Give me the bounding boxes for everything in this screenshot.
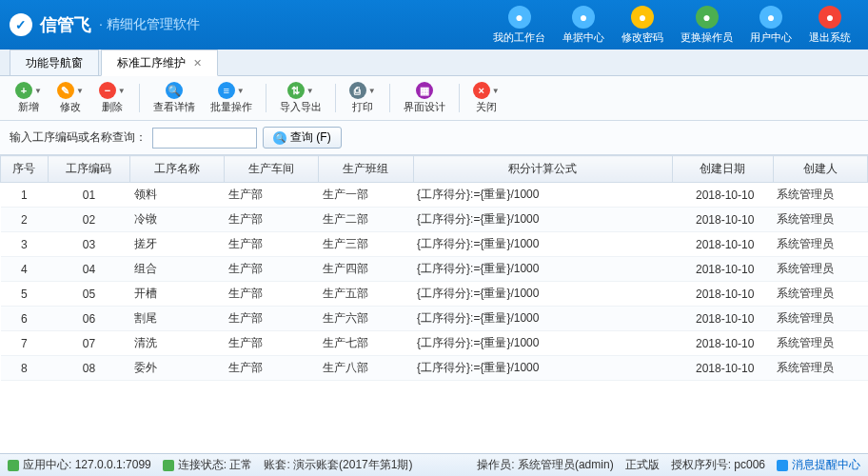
toolbar-separator [389,84,390,112]
toolbar-label: 删除 [102,100,123,114]
toolbar-批量操作[interactable]: ≡▼批量操作 [205,80,258,116]
toolbar-label: 打印 [352,100,373,114]
data-grid[interactable]: 序号工序编码工序名称生产车间生产班组积分计算公式创建日期创建人 101领料生产部… [0,155,868,453]
logo-icon: ✓ [10,13,32,36]
header-item-1[interactable]: ●单据中心 [555,4,612,47]
cell-name: 领料 [130,183,225,208]
sb-edition: 正式版 [625,457,660,473]
col-header[interactable]: 工序名称 [130,156,225,183]
cell-seq: 4 [1,257,49,282]
header-icon: ● [508,6,531,29]
header-item-label: 退出系统 [809,30,851,45]
toolbar-界面设计[interactable]: ▦界面设计 [398,80,451,116]
col-header[interactable]: 积分计算公式 [413,156,673,183]
dropdown-icon: ▼ [118,87,126,95]
cell-team: 生产八部 [319,356,413,381]
table-row[interactable]: 505开槽生产部生产五部{工序得分}:={重量}/10002018-10-10系… [1,282,868,307]
cell-name: 割尾 [130,307,225,331]
toolbar-修改[interactable]: ✎▼修改 [51,80,89,116]
header-item-label: 单据中心 [562,30,604,45]
header-item-2[interactable]: ●修改密码 [614,4,671,47]
search-button-label: 查询 (F) [290,129,331,146]
search-button[interactable]: 🔍 查询 (F) [263,127,342,149]
toolbar-icon: × [473,82,490,99]
toolbar-打印[interactable]: ⎙▼打印 [344,80,382,116]
toolbar-删除[interactable]: −▼删除 [93,80,131,116]
header-menu: ●我的工作台●单据中心●修改密码●更换操作员●用户中心●退出系统 [485,4,858,47]
tab-1[interactable]: 标准工序维护✕ [101,50,218,76]
toolbar-新增[interactable]: +▼新增 [10,80,48,116]
col-header[interactable]: 生产车间 [225,156,319,183]
cell-dept: 生产部 [225,183,319,208]
cell-code: 01 [48,183,130,208]
dropdown-icon: ▼ [492,87,500,95]
cell-seq: 8 [1,356,49,381]
toolbar: +▼新增✎▼修改−▼删除🔍查看详情≡▼批量操作⇅▼导入导出⎙▼打印▦界面设计×▼… [0,76,868,121]
table-row[interactable]: 707清洗生产部生产七部{工序得分}:={重量}/10002018-10-10系… [1,331,868,356]
tab-label: 功能导航窗 [26,55,83,71]
table-row[interactable]: 303搓牙生产部生产三部{工序得分}:={重量}/10002018-10-10系… [1,232,868,257]
cell-date: 2018-10-10 [673,282,774,307]
header-item-label: 用户中心 [750,30,792,45]
cell-date: 2018-10-10 [673,232,774,257]
header-item-5[interactable]: ●退出系统 [801,4,858,47]
toolbar-关闭[interactable]: ×▼关闭 [467,80,505,116]
toolbar-icon: 🔍 [166,82,183,99]
cell-dept: 生产部 [225,282,319,307]
cell-seq: 2 [1,208,49,232]
table-row[interactable]: 606割尾生产部生产六部{工序得分}:={重量}/10002018-10-10系… [1,307,868,331]
sb-ledger: 账套: 演示账套(2017年第1期) [264,457,412,473]
search-bar: 输入工序编码或名称查询： 🔍 查询 (F) [0,121,868,155]
cell-code: 02 [48,208,130,232]
col-header[interactable]: 生产班组 [319,156,413,183]
cell-creator: 系统管理员 [773,307,867,331]
col-header[interactable]: 工序编码 [48,156,130,183]
toolbar-icon: + [15,82,32,99]
sb-notify[interactable]: 消息提醒中心 [777,457,860,473]
cell-name: 清洗 [130,331,225,356]
table-row[interactable]: 202冷镦生产部生产二部{工序得分}:={重量}/10002018-10-10系… [1,208,868,232]
sb-conn: 连接状态: 正常 [163,457,253,473]
tab-bar: 功能导航窗标准工序维护✕ [0,50,868,76]
cell-dept: 生产部 [225,208,319,232]
cell-creator: 系统管理员 [773,282,867,307]
toolbar-icon: ≡ [218,82,235,99]
toolbar-label: 批量操作 [210,100,252,114]
cell-creator: 系统管理员 [773,331,867,356]
table-row[interactable]: 808委外生产部生产八部{工序得分}:={重量}/10002018-10-10系… [1,356,868,381]
app-header: ✓ 信管飞 · 精细化管理软件 ●我的工作台●单据中心●修改密码●更换操作员●用… [0,0,868,50]
header-icon: ● [760,6,782,29]
notify-icon [777,460,788,471]
cell-date: 2018-10-10 [673,307,774,331]
toolbar-导入导出[interactable]: ⇅▼导入导出 [274,80,327,116]
cell-dept: 生产部 [225,257,319,282]
toolbar-查看详情[interactable]: 🔍查看详情 [148,80,201,116]
cell-code: 06 [48,307,130,331]
header-item-0[interactable]: ●我的工作台 [485,4,553,47]
search-input[interactable] [152,128,257,149]
table-row[interactable]: 101领料生产部生产一部{工序得分}:={重量}/10002018-10-10系… [1,183,868,208]
brand-name: 信管飞 [40,13,91,36]
cell-team: 生产五部 [319,282,413,307]
toolbar-separator [459,84,460,112]
col-header[interactable]: 创建日期 [673,156,774,183]
cell-date: 2018-10-10 [673,208,774,232]
cell-formula: {工序得分}:={重量}/1000 [413,183,673,208]
tab-0[interactable]: 功能导航窗 [10,50,99,75]
col-header[interactable]: 序号 [1,156,49,183]
cell-date: 2018-10-10 [673,257,774,282]
table-row[interactable]: 404组合生产部生产四部{工序得分}:={重量}/10002018-10-10系… [1,257,868,282]
sb-license: 授权序列号: pc006 [671,457,765,473]
cell-team: 生产六部 [319,307,413,331]
cell-formula: {工序得分}:={重量}/1000 [413,307,673,331]
header-item-3[interactable]: ●更换操作员 [673,4,740,47]
cell-seq: 7 [1,331,49,356]
tab-close-icon[interactable]: ✕ [193,57,202,69]
col-header[interactable]: 创建人 [773,156,867,183]
cell-team: 生产二部 [319,208,413,232]
cell-formula: {工序得分}:={重量}/1000 [413,282,673,307]
cell-code: 08 [48,356,130,381]
sb-app-center[interactable]: 应用中心: 127.0.0.1:7099 [8,457,151,473]
header-item-4[interactable]: ●用户中心 [742,4,799,47]
cell-name: 搓牙 [130,232,225,257]
